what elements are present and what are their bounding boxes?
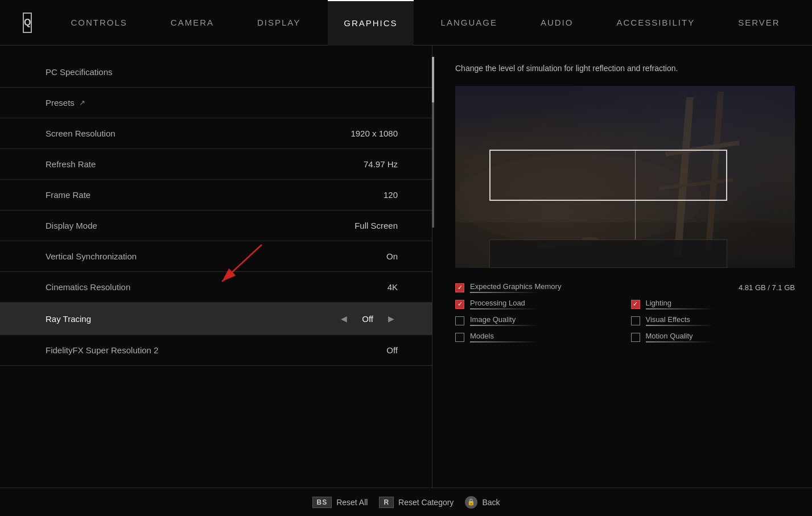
scrollbar[interactable] [432, 57, 434, 228]
setting-ray-tracing[interactable]: Ray Tracing ◀ Off ▶ [0, 303, 432, 335]
info-motion-quality: Motion Quality [631, 332, 795, 342]
lighting-label: Lighting [646, 299, 714, 307]
q-label: Q [24, 18, 31, 28]
info-lighting: Lighting [631, 299, 795, 309]
processing-underline [470, 308, 538, 309]
arrow-right-button[interactable]: ▶ [385, 313, 398, 324]
info-visual-effects: Visual Effects [631, 315, 795, 326]
visual-effects-underline [646, 325, 714, 326]
bottom-bar: BS Reset All R Reset Category 🔒 Back [0, 488, 812, 516]
scroll-thumb [432, 57, 434, 102]
visual-effects-checkbox [631, 316, 640, 325]
reset-all-button[interactable]: BS Reset All [312, 497, 368, 508]
setting-vsync[interactable]: Vertical Synchronization On [0, 241, 432, 272]
motion-quality-checkbox [631, 333, 640, 342]
back-button[interactable]: 🔒 Back [465, 496, 500, 509]
visual-effects-label: Visual Effects [646, 315, 714, 324]
motion-quality-label: Motion Quality [646, 332, 714, 340]
setting-refresh-rate[interactable]: Refresh Rate 74.97 Hz [0, 149, 432, 180]
external-link-icon: ↗ [79, 98, 85, 107]
setting-display-mode[interactable]: Display Mode Full Screen [0, 210, 432, 241]
lighting-underline [646, 308, 714, 309]
tab-controls[interactable]: CONTROLS [55, 0, 143, 46]
setting-screen-resolution[interactable]: Screen Resolution 1920 x 1080 [0, 118, 432, 149]
right-panel: Change the level of simulation for light… [432, 46, 812, 516]
preview-image [455, 86, 795, 268]
tab-graphics[interactable]: GRAPHICS [328, 0, 413, 46]
models-underline [470, 341, 538, 342]
q-button[interactable]: Q [23, 13, 32, 33]
tab-camera[interactable]: CAMERA [155, 0, 230, 46]
models-label: Models [470, 332, 538, 340]
image-quality-label: Image Quality [470, 315, 538, 324]
memory-underline [470, 292, 538, 293]
reset-cat-key: R [379, 497, 394, 508]
setting-cinematics-resolution[interactable]: Cinematics Resolution 4K [0, 272, 432, 303]
reset-all-key: BS [312, 497, 332, 508]
preview-divider [635, 150, 636, 241]
ray-tracing-value: Off [362, 314, 373, 324]
settings-list: PC Specifications Presets ↗ Screen Resol… [0, 57, 432, 366]
memory-checkbox [455, 283, 464, 292]
models-checkbox [455, 333, 464, 342]
processing-checkbox [455, 300, 464, 309]
tab-accessibility[interactable]: ACCESSIBILITY [600, 0, 711, 46]
motion-quality-underline [646, 341, 714, 342]
image-quality-underline [470, 325, 538, 326]
preview-bottom-bar [489, 240, 727, 268]
tab-audio[interactable]: AUDIO [525, 0, 590, 46]
setting-description: Change the level of simulation for light… [455, 63, 795, 75]
main-content: PC Specifications Presets ↗ Screen Resol… [0, 46, 812, 516]
memory-value: 4.81 GB / 7.1 GB [739, 283, 795, 292]
setting-presets[interactable]: Presets ↗ [0, 88, 432, 118]
memory-label: Expected Graphics Memory [470, 282, 561, 291]
back-icon: 🔒 [465, 496, 477, 509]
info-section: Expected Graphics Memory 4.81 GB / 7.1 G… [455, 282, 795, 342]
reset-category-button[interactable]: R Reset Category [379, 497, 454, 508]
image-quality-checkbox [455, 316, 464, 325]
top-navigation: Q CONTROLS CAMERA DISPLAY GRAPHICS LANGU… [0, 0, 812, 46]
tab-display[interactable]: DISPLAY [241, 0, 316, 46]
tab-server[interactable]: SERVER [722, 0, 795, 46]
lighting-checkbox [631, 300, 640, 309]
reset-category-label: Reset Category [398, 498, 454, 507]
info-processing-load: Processing Load [455, 299, 620, 309]
info-grid: Processing Load Lighting Ima [455, 299, 795, 342]
reset-all-label: Reset All [336, 498, 368, 507]
back-label: Back [482, 498, 500, 507]
setting-pc-specs[interactable]: PC Specifications [0, 57, 432, 88]
settings-panel: PC Specifications Presets ↗ Screen Resol… [0, 46, 432, 516]
info-image-quality: Image Quality [455, 315, 620, 326]
arrow-left-button[interactable]: ◀ [337, 313, 351, 324]
preview-selection-box [489, 150, 727, 201]
tab-language[interactable]: LANGUAGE [425, 0, 513, 46]
info-models: Models [455, 332, 620, 342]
setting-frame-rate[interactable]: Frame Rate 120 [0, 180, 432, 210]
memory-row: Expected Graphics Memory 4.81 GB / 7.1 G… [455, 282, 795, 293]
processing-label: Processing Load [470, 299, 538, 307]
setting-fsr2[interactable]: FidelityFX Super Resolution 2 Off [0, 335, 432, 366]
